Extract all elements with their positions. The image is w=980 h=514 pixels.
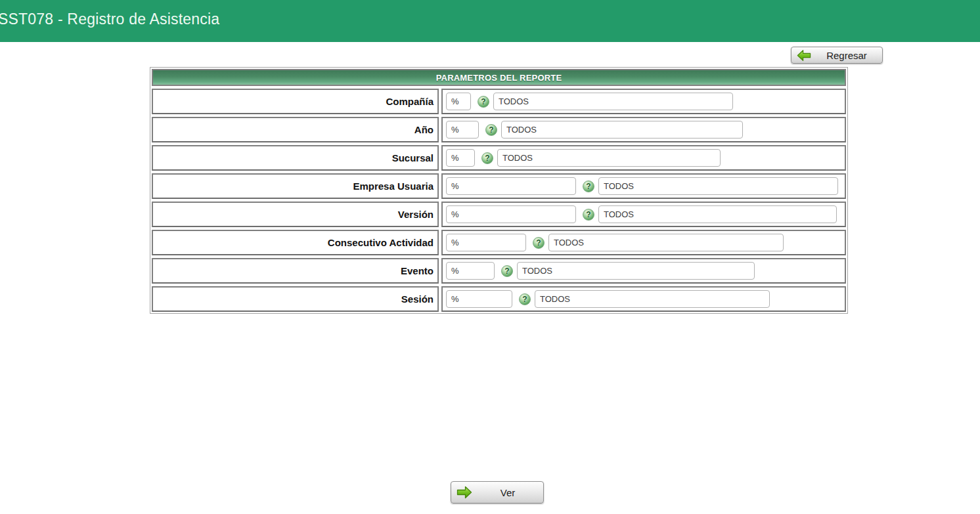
evento-description-input[interactable]: [517, 262, 755, 280]
ver-button[interactable]: Ver: [451, 481, 544, 503]
param-field-cell: ?: [441, 230, 846, 255]
sucursal-filter-input[interactable]: [446, 149, 475, 167]
param-label-cell: Evento: [152, 258, 439, 284]
param-label-cell: Compañía: [152, 89, 439, 114]
param-label-cell: Sesión: [152, 286, 439, 312]
param-row-ano: Año ?: [152, 117, 846, 142]
regresar-button[interactable]: Regresar: [791, 47, 883, 64]
param-label: Empresa Usuaria: [353, 181, 434, 192]
ano-filter-input[interactable]: [446, 121, 479, 139]
help-icon[interactable]: ?: [583, 181, 594, 192]
param-field-cell: ?: [441, 202, 846, 227]
table-header: PARAMETROS DEL REPORTE: [152, 69, 846, 86]
consecutivo-actividad-description-input[interactable]: [548, 234, 784, 251]
evento-filter-input[interactable]: [446, 262, 495, 280]
param-label-cell: Consecutivo Actividad: [152, 230, 439, 255]
empresa-usuaria-filter-input[interactable]: [446, 177, 576, 195]
param-label-cell: Empresa Usuaria: [152, 173, 439, 199]
version-filter-input[interactable]: [446, 205, 576, 223]
param-row-version: Versión ?: [152, 202, 846, 227]
param-field-cell: ?: [441, 286, 846, 312]
param-row-consecutivo-actividad: Consecutivo Actividad ?: [152, 230, 846, 255]
param-label-cell: Versión: [152, 202, 439, 227]
param-label: Año: [414, 124, 434, 135]
sesion-filter-input[interactable]: [446, 290, 512, 308]
ver-button-label: Ver: [472, 487, 543, 498]
param-field-cell: ?: [441, 258, 846, 284]
param-label-cell: Año: [152, 117, 439, 142]
regresar-button-label: Regresar: [811, 50, 882, 61]
param-field-cell: ?: [441, 89, 846, 114]
app-header: SST078 - Registro de Asistencia: [0, 0, 980, 42]
help-icon[interactable]: ?: [478, 96, 489, 108]
table-header-title: PARAMETROS DEL REPORTE: [436, 73, 562, 83]
param-label: Evento: [401, 265, 434, 276]
help-icon[interactable]: ?: [501, 265, 513, 277]
param-field-cell: ?: [441, 117, 846, 142]
param-row-evento: Evento ?: [152, 258, 846, 284]
param-row-sesion: Sesión ?: [152, 286, 846, 312]
arrow-right-icon: [457, 486, 472, 499]
param-row-empresa-usuaria: Empresa Usuaria ?: [152, 173, 846, 199]
param-label: Versión: [398, 209, 434, 220]
param-field-cell: ?: [441, 173, 846, 199]
help-icon[interactable]: ?: [481, 152, 493, 164]
ano-description-input[interactable]: [501, 121, 743, 139]
param-label: Sesión: [401, 293, 434, 305]
arrow-left-icon: [797, 49, 811, 62]
help-icon[interactable]: ?: [533, 237, 545, 249]
help-icon[interactable]: ?: [519, 293, 531, 305]
param-row-compania: Compañía ?: [152, 89, 846, 114]
compania-filter-input[interactable]: [446, 93, 471, 110]
compania-description-input[interactable]: [493, 93, 733, 110]
help-icon[interactable]: ?: [485, 124, 497, 136]
sucursal-description-input[interactable]: [497, 149, 721, 167]
version-description-input[interactable]: [598, 205, 837, 223]
help-icon[interactable]: ?: [583, 209, 594, 221]
param-field-cell: ?: [441, 145, 846, 171]
sesion-description-input[interactable]: [535, 290, 770, 308]
report-parameters-table: PARAMETROS DEL REPORTE Compañía ? Año ? …: [150, 67, 848, 314]
page-title: SST078 - Registro de Asistencia: [0, 10, 219, 28]
param-label-cell: Sucursal: [152, 145, 439, 171]
param-label: Sucursal: [392, 152, 434, 163]
param-row-sucursal: Sucursal ?: [152, 145, 846, 171]
param-label: Compañía: [386, 96, 434, 107]
consecutivo-actividad-filter-input[interactable]: [446, 234, 526, 251]
empresa-usuaria-description-input[interactable]: [598, 177, 838, 195]
param-label: Consecutivo Actividad: [328, 237, 434, 248]
